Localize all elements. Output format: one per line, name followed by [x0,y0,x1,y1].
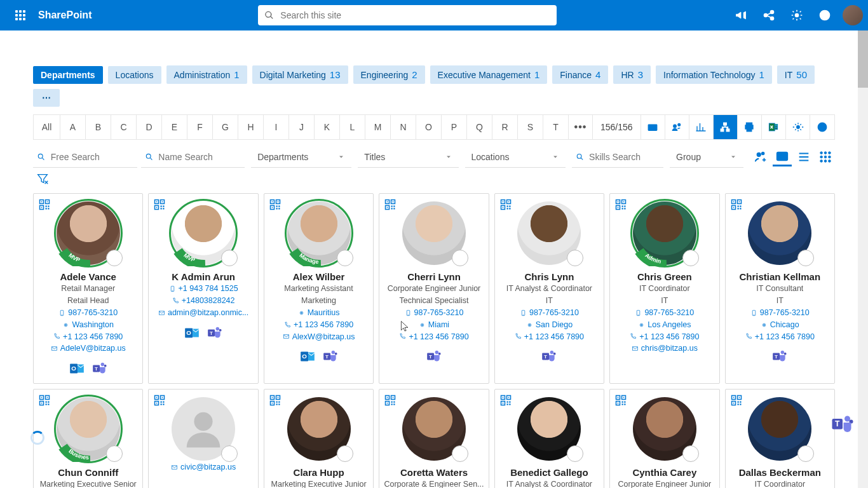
alpha-h[interactable]: H [238,115,264,139]
grid-view-icon[interactable] [816,147,835,166]
person-email[interactable]: AlexW@bitzap.us [283,332,355,342]
person-photo[interactable]: MVP [172,201,235,265]
person-card[interactable]: Benedict GallegoIT Analyst & Coordinator… [494,389,604,488]
person-card[interactable]: Coretta WatersCorporate & Engineer Sen..… [379,389,489,488]
alpha-e[interactable]: E [162,115,187,139]
clear-filter[interactable] [33,168,835,191]
tab-locations[interactable]: Locations [108,66,161,84]
person-alt-phone[interactable]: +1 123 456 7890 [284,320,353,330]
teams-icon[interactable]: T [92,360,108,377]
qr-icon[interactable] [269,395,281,406]
titles-dropdown[interactable]: Titles [358,146,458,168]
megaphone-icon[interactable] [728,0,754,30]
outlook-icon[interactable]: O [184,325,200,341]
person-alt-phone[interactable]: +1 123 456 7890 [630,332,699,342]
site-search[interactable] [258,5,557,25]
person-photo[interactable] [748,201,811,265]
teams-icon[interactable]: T [426,348,442,365]
alpha-o[interactable]: O [416,115,442,139]
alpha-k[interactable]: K [315,115,340,139]
name-search[interactable] [141,146,245,168]
person-phone[interactable]: +1 943 784 1525 [169,283,238,294]
person-alt-phone[interactable]: +1 123 456 7890 [53,332,123,342]
tab-digital-marketing[interactable]: Digital Marketing 13 [252,65,348,84]
teams-icon[interactable]: T [322,348,339,365]
alpha-g[interactable]: G [213,115,238,139]
person-phone[interactable]: 987-765-3210 [520,308,579,318]
people-share-icon[interactable] [665,115,689,139]
teams-icon[interactable]: T [771,348,788,365]
person-alt-phone[interactable]: +1 123 456 7890 [399,332,468,342]
person-photo[interactable]: Admin [633,201,696,265]
skills-search-input[interactable] [589,152,660,162]
person-email[interactable]: admin@bitzap.onmic... [158,308,248,318]
alpha-l[interactable]: L [340,115,365,139]
user-avatar[interactable] [843,5,863,25]
person-alt-phone[interactable]: +1 123 456 7890 [515,332,584,342]
alpha-i[interactable]: I [264,115,289,139]
person-photo[interactable] [287,397,351,461]
person-phone[interactable]: 987-765-3210 [58,308,118,318]
qr-icon[interactable] [269,199,281,210]
person-email[interactable]: AdeleV@bitzap.us [51,343,126,354]
alpha-b[interactable]: B [86,115,111,139]
skills-search[interactable] [572,146,663,168]
person-card[interactable]: Clara HuppMarketing Executive JuniorMark… [264,389,374,488]
person-card[interactable]: Chris LynnIT Analyst & CoordinatorIT987-… [494,193,604,384]
tab-administration[interactable]: Administration 1 [166,65,247,84]
person-alt-phone[interactable]: +14803828242 [172,295,235,306]
help-icon[interactable] [812,0,837,30]
alpha-more[interactable]: ••• [569,115,593,139]
alpha-all[interactable]: All [34,115,60,139]
share-icon[interactable] [756,0,782,30]
toolbar-help-icon[interactable] [810,115,834,139]
tab-departments[interactable]: Departments [33,66,103,84]
inbox-icon[interactable] [641,115,665,139]
person-card[interactable]: civic@bitzap.us [148,389,258,488]
person-phone[interactable]: 987-765-3210 [405,308,464,318]
alpha-f[interactable]: F [187,115,213,139]
app-launcher-icon[interactable] [5,0,36,30]
person-photo[interactable]: Business Head [57,397,120,461]
person-photo[interactable]: Manager [287,201,351,265]
alpha-t[interactable]: T [543,115,569,139]
vertical-scrollbar[interactable] [858,30,868,488]
person-photo[interactable] [633,397,696,461]
person-email[interactable]: chris@bitzap.us [632,343,698,354]
person-card[interactable]: Dallas BeckermanIT CoordinatorIT [725,389,835,488]
teams-icon[interactable]: T [541,348,557,365]
alpha-j[interactable]: J [289,115,315,139]
person-card[interactable]: AdminChris GreenIT CoordinatorIT987-765-… [609,193,719,384]
alpha-p[interactable]: P [442,115,467,139]
person-photo[interactable] [517,201,581,265]
org-chart-icon[interactable] [714,115,738,139]
qr-icon[interactable] [39,199,50,210]
person-card[interactable]: MVPK Admin Arun+1 943 784 1525+148038282… [148,193,258,384]
tab-hr[interactable]: HR 3 [613,65,651,84]
locations-dropdown[interactable]: Locations [465,146,566,168]
toolbar-gear-icon[interactable] [786,115,810,139]
qr-icon[interactable] [384,199,396,210]
person-photo[interactable] [172,397,235,461]
print-icon[interactable] [738,115,762,139]
person-photo[interactable]: MVP [57,201,120,265]
person-alt-phone[interactable]: +1 123 456 7890 [745,332,815,342]
name-search-input[interactable] [158,152,241,162]
person-photo[interactable] [402,201,466,265]
free-search[interactable] [33,146,137,168]
person-phone[interactable]: 987-765-3210 [750,308,810,318]
person-photo[interactable] [748,397,811,461]
list-view-icon[interactable] [794,147,813,166]
person-card[interactable]: Cherri LynnCorporate Engineer JuniorTech… [379,193,489,384]
teams-icon[interactable]: T [207,325,223,341]
qr-icon[interactable] [731,199,742,210]
chart-icon[interactable] [689,115,714,139]
person-location[interactable]: Miami [419,320,449,330]
alpha-n[interactable]: N [391,115,416,139]
qr-icon[interactable] [615,395,627,406]
qr-icon[interactable] [615,199,627,210]
person-location[interactable]: Washington [62,320,114,330]
qr-icon[interactable] [731,395,742,406]
tab-finance[interactable]: Finance 4 [552,65,608,84]
alpha-s[interactable]: S [518,115,543,139]
